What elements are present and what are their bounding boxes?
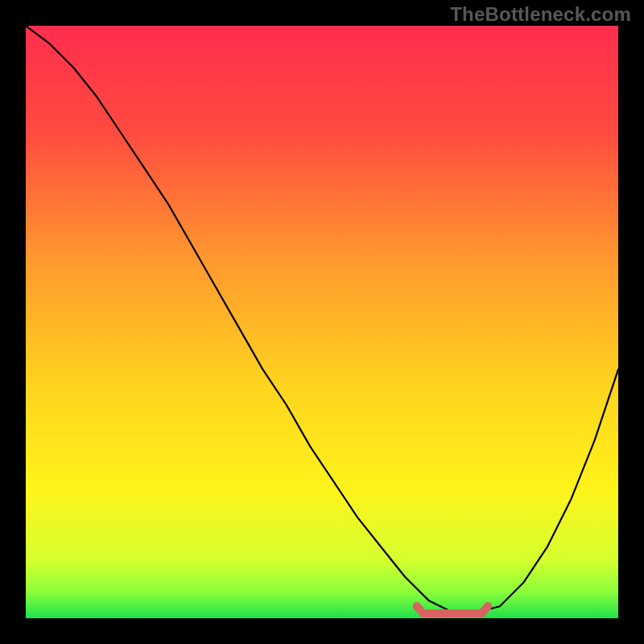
plot-svg [26, 26, 618, 618]
gradient-background [26, 26, 618, 618]
chart-container: TheBottleneck.com [0, 0, 644, 644]
plot-area [26, 26, 618, 618]
watermark-text: TheBottleneck.com [450, 3, 631, 26]
